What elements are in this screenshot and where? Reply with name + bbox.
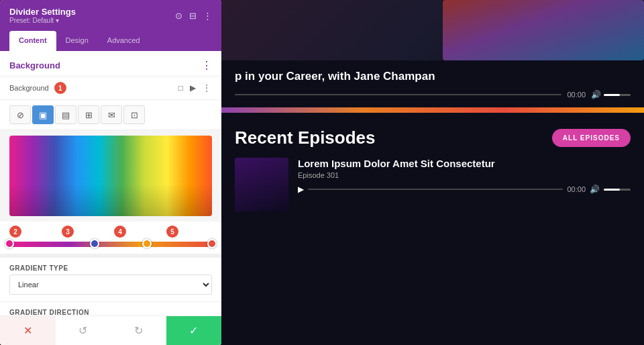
bg-type-gradient[interactable]: ▤: [55, 105, 76, 124]
bg-type-color[interactable]: ▣: [32, 105, 54, 124]
gradient-direction-section: Gradient Direction 90deg: [0, 301, 221, 315]
preview-top-image: [221, 0, 644, 60]
preview-podcast-title: p in your Career, with Jane Champan: [235, 70, 631, 83]
stop-badge-5: 5: [166, 226, 178, 238]
recent-episodes-title: Recent Episodes: [235, 128, 376, 148]
bg-type-pattern[interactable]: ⊡: [123, 105, 145, 124]
gradient-direction-label: Gradient Direction: [9, 309, 212, 315]
stop-handle-yellow[interactable]: [142, 239, 152, 248]
undo-button[interactable]: ↺: [56, 316, 111, 345]
episode-volume-bar[interactable]: [604, 189, 631, 191]
stops-badges: 2 3 4 5: [9, 226, 178, 238]
tab-advanced[interactable]: Advanced: [98, 31, 150, 51]
bg-square-icon[interactable]: □: [177, 82, 184, 94]
player-progress-bar[interactable]: [235, 94, 561, 95]
preview-area: p in your Career, with Jane Champan 00:0…: [221, 0, 644, 345]
episode-card: Lorem Ipsum Dolor Amet Sit Consectetur E…: [235, 158, 631, 211]
redo-button[interactable]: ↻: [111, 316, 166, 345]
episode-volume-fill: [604, 189, 620, 191]
gradient-type-select[interactable]: Linear: [9, 275, 212, 295]
gradient-track[interactable]: [9, 242, 212, 247]
stop-handle-blue[interactable]: [90, 239, 99, 248]
bg-type-video[interactable]: ✉: [101, 105, 122, 124]
stop-badge-3: 3: [62, 226, 74, 238]
gradient-stops-header: 2 3 4 5: [9, 226, 212, 238]
player-time: 00:00: [567, 91, 586, 99]
split-icon[interactable]: ⊟: [189, 11, 197, 21]
stop-badge-4: 4: [114, 226, 126, 238]
episode-time: 00:00: [567, 185, 586, 193]
bg-type-image[interactable]: ⊞: [78, 105, 99, 124]
episode-thumbnail: [235, 158, 288, 211]
gradient-color-picker[interactable]: [9, 136, 212, 216]
player-volume: 🔊: [591, 90, 631, 99]
tab-content[interactable]: Content: [9, 31, 56, 51]
background-row: Background 1 □ ▶ ⋮: [0, 77, 221, 100]
save-button[interactable]: ✓: [166, 316, 222, 345]
volume-fill: [604, 94, 620, 96]
all-episodes-button[interactable]: ALL EPISODES: [552, 129, 631, 147]
bg-controls: □ ▶ ⋮: [72, 82, 212, 94]
gradient-type-section: Gradient Type Linear: [0, 254, 221, 301]
preview-player-bar: 00:00 🔊: [235, 90, 631, 99]
episode-title: Lorem Ipsum Dolor Amet Sit Consectetur: [298, 158, 631, 169]
panel-body: Background ⋮ Background 1 □ ▶ ⋮ ⊘ ▣ ▤ ⊞ …: [0, 51, 221, 315]
stop-badge-2: 2: [9, 226, 21, 238]
bg-type-none[interactable]: ⊘: [9, 105, 31, 124]
episode-progress-bar[interactable]: [308, 189, 563, 190]
panel-tabs: Content Design Advanced: [0, 31, 221, 51]
more-icon[interactable]: ⋮: [203, 11, 212, 21]
bg-dots-icon[interactable]: ⋮: [201, 82, 212, 94]
section-more-icon[interactable]: ⋮: [201, 59, 212, 72]
bg-type-row: ⊘ ▣ ▤ ⊞ ✉ ⊡: [0, 100, 221, 130]
bg-label: Background: [9, 84, 49, 92]
preview-podcast-info: p in your Career, with Jane Champan 00:0…: [221, 60, 644, 105]
episode-info: Lorem Ipsum Dolor Amet Sit Consectetur E…: [298, 158, 631, 194]
episode-player: ▶ 00:00 🔊: [298, 185, 631, 194]
recent-episodes-section: Recent Episodes ALL EPISODES Lorem Ipsum…: [221, 115, 644, 219]
play-button-icon[interactable]: ▶: [298, 185, 304, 194]
stop-handle-pink[interactable]: [5, 239, 14, 248]
cancel-button[interactable]: ✕: [0, 316, 56, 345]
volume-bar[interactable]: [604, 94, 631, 96]
episode-number: Episode 301: [298, 171, 631, 179]
panel-title: Divider Settings: [9, 7, 76, 17]
bg-cursor-icon[interactable]: ▶: [189, 82, 197, 94]
recent-episodes-header: Recent Episodes ALL EPISODES: [235, 128, 631, 148]
volume-icon: 🔊: [591, 90, 601, 99]
fullscreen-icon[interactable]: ⊙: [175, 11, 182, 21]
gradient-divider: [221, 107, 644, 113]
bottom-toolbar: ✕ ↺ ↻ ✓: [0, 315, 221, 345]
panel-header-icons: ⊙ ⊟ ⋮: [175, 11, 212, 21]
tab-design[interactable]: Design: [56, 31, 98, 51]
gradient-type-label: Gradient Type: [9, 264, 212, 272]
section-title: Background: [9, 60, 60, 70]
panel-title-group: Divider Settings Preset: Default ▾: [9, 7, 76, 24]
stop-handle-red[interactable]: [207, 239, 217, 248]
gradient-stops-area: 2 3 4 5: [0, 221, 221, 254]
panel-subtitle: Preset: Default ▾: [9, 17, 76, 24]
episode-volume-icon: 🔊: [590, 185, 600, 194]
badge-1: 1: [54, 82, 66, 94]
panel-header: Divider Settings Preset: Default ▾ ⊙ ⊟ ⋮: [0, 0, 221, 31]
settings-panel: Divider Settings Preset: Default ▾ ⊙ ⊟ ⋮…: [0, 0, 221, 345]
gradient-overlay: [9, 136, 212, 216]
background-section-header: Background ⋮: [0, 51, 221, 77]
